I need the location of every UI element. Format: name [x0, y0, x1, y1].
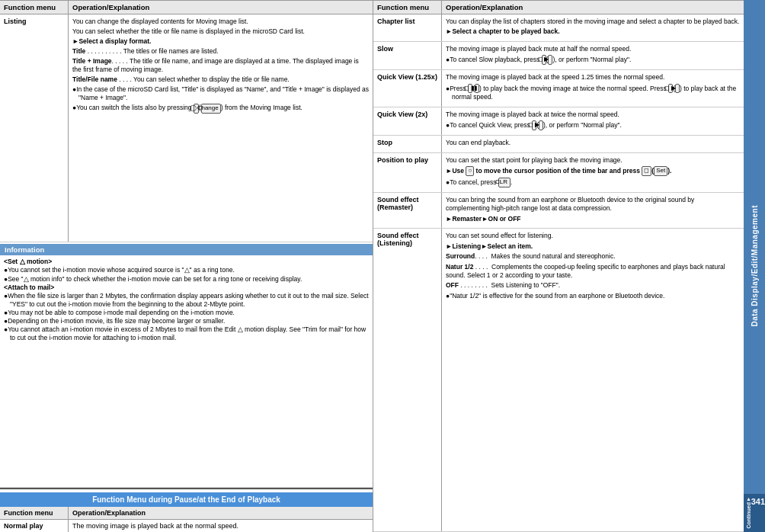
- listing-line5: Title + Image. . . . . The title or file…: [72, 57, 369, 74]
- listing-bullet2: ●You can switch the lists also by pressi…: [72, 104, 369, 113]
- chapter-list-function: Chapter list: [373, 14, 442, 41]
- bottom-section: Function Menu during Pause/at the End of…: [0, 488, 373, 532]
- pos-line2: ►Use ○ to move the cursor position of th…: [446, 166, 740, 176]
- right-header-function: Function menu: [373, 1, 442, 14]
- remaster-line2: ►Remaster►ON or OFF: [446, 215, 740, 223]
- left-panel: Function menu Operation/Explanation List…: [0, 0, 373, 532]
- info-attach-1: ●When the file size is larger than 2 Mby…: [4, 292, 369, 309]
- bottom-header-function: Function menu: [0, 507, 69, 519]
- remaster-line1: You can bring the sound from an earphone…: [446, 196, 740, 213]
- quick-view-125-row: Quick View (1.25x) The moving image is p…: [373, 70, 744, 107]
- listing-row: Listing You can change the displayed con…: [0, 14, 373, 242]
- qv125-line1: The moving image is played back at the s…: [446, 73, 740, 82]
- bottom-table-header: Function menu Operation/Explanation: [0, 507, 373, 520]
- listening-line5: OFF . . . . . . . . Sets Listening to "O…: [446, 281, 740, 290]
- page-wrapper: Function menu Operation/Explanation List…: [0, 0, 765, 532]
- stop-row: Stop You can end playback.: [373, 136, 744, 152]
- pause-section-header: Function Menu during Pause/at the End of…: [0, 492, 373, 507]
- left-table-header: Function menu Operation/Explanation: [0, 0, 373, 14]
- chapter-list-row: Chapter list You can display the list of…: [373, 14, 744, 42]
- listing-operation-cell: You can change the displayed contents fo…: [69, 14, 373, 242]
- sound-listening-function: Sound effect (Listening): [373, 229, 442, 531]
- listing-function-cell: Listing: [0, 14, 69, 242]
- listing-line4: Title . . . . . . . . . . The titles or …: [72, 47, 369, 56]
- quick-view-2x-row: Quick View (2x) The moving image is play…: [373, 107, 744, 136]
- left-header-operation: Operation/Explanation: [69, 1, 373, 14]
- slow-bullet1: ●To cancel Slow playback, press ◻(▶), or…: [446, 55, 740, 65]
- listing-line2: You can select whether the title or file…: [72, 27, 369, 36]
- sound-listening-row: Sound effect (Listening) You can set sou…: [373, 229, 744, 532]
- left-header-function: Function menu: [0, 1, 69, 14]
- stop-operation: You can end playback.: [442, 136, 744, 152]
- right-panel: Function menu Operation/Explanation Chap…: [373, 0, 744, 532]
- continued-label: Continued▼: [746, 497, 751, 529]
- page-number: 341: [751, 497, 765, 506]
- slow-function: Slow: [373, 42, 442, 69]
- stop-line1: You can end playback.: [446, 139, 740, 147]
- slow-line1: The moving image is played back mute at …: [446, 45, 740, 53]
- info-content: <Set △ motion> ●You cannot set the i-mot…: [0, 255, 373, 488]
- tables-wrapper: Function menu Operation/Explanation List…: [0, 0, 744, 532]
- slow-row: Slow The moving image is played back mut…: [373, 42, 744, 70]
- chapter-line2: ►Select a chapter to be played back.: [446, 27, 740, 36]
- qv2x-line1: The moving image is played back at twice…: [446, 111, 740, 119]
- qv125-bullet1: ●Press ◻(▮▮) to play back the moving ima…: [446, 84, 740, 102]
- chapter-line1: You can display the list of chapters sto…: [446, 18, 740, 26]
- stop-function: Stop: [373, 136, 442, 152]
- info-attach-4: ●You cannot attach an i-motion movie in …: [4, 325, 369, 342]
- normal-play-row: Normal play The moving image is played b…: [0, 520, 373, 532]
- sound-remaster-function: Sound effect (Remaster): [373, 193, 442, 228]
- right-sidebar: Data Display/Edit/Management 341 Continu…: [744, 0, 765, 532]
- sound-remaster-operation: You can bring the sound from an earphone…: [442, 193, 744, 228]
- sound-listening-operation: You can set sound effect for listening. …: [442, 229, 744, 531]
- top-tables: Function menu Operation/Explanation List…: [0, 0, 744, 532]
- sound-remaster-row: Sound effect (Remaster) You can bring th…: [373, 193, 744, 229]
- listing-bullet1: ●In the case of the microSD Card list, "…: [72, 85, 369, 102]
- listening-line2: ►Listening►Select an item.: [446, 242, 740, 251]
- info-box-title: Information: [0, 244, 373, 255]
- normal-play-function: Normal play: [0, 520, 69, 532]
- info-set-motion-1: ●You cannot set the i-motion movie whose…: [4, 266, 369, 275]
- pos-bullet1: ●To cancel, press CLR.: [446, 178, 740, 187]
- right-table-header: Function menu Operation/Explanation: [373, 0, 744, 14]
- sidebar-label: Data Display/Edit/Management: [751, 205, 759, 327]
- position-play-operation: You can set the start point for playing …: [442, 153, 744, 192]
- listening-line1: You can set sound effect for listening.: [446, 232, 740, 240]
- quick-view-2x-function: Quick View (2x): [373, 107, 442, 135]
- listening-bullet1: ●"Natur 1/2" is effective for the sound …: [446, 292, 740, 300]
- info-set-motion-title: <Set △ motion>: [4, 258, 369, 266]
- listing-line6: Title/File name . . . . You can select w…: [72, 75, 369, 84]
- quick-view-125-function: Quick View (1.25x): [373, 70, 442, 107]
- bottom-header-operation: Operation/Explanation: [69, 507, 373, 519]
- listing-line1: You can change the displayed contents fo…: [72, 18, 369, 26]
- quick-view-125-operation: The moving image is played back at the s…: [442, 70, 744, 107]
- qv2x-bullet1: ●To cancel Quick View, press ◻(▶), or pe…: [446, 120, 740, 130]
- pos-line1: You can set the start point for playing …: [446, 156, 740, 165]
- listing-line3: ►Select a display format.: [72, 37, 369, 46]
- position-play-row: Position to play You can set the start p…: [373, 153, 744, 193]
- right-header-operation: Operation/Explanation: [442, 1, 744, 14]
- info-attach-title: <Attach to mail>: [4, 284, 369, 292]
- chapter-list-operation: You can display the list of chapters sto…: [442, 14, 744, 41]
- info-attach-2: ●You may not be able to compose i-mode m…: [4, 309, 369, 317]
- listening-line3: Surround. . . . Makes the sound natural …: [446, 252, 740, 261]
- info-attach-3: ●Depending on the i-motion movie, its fi…: [4, 317, 369, 325]
- listening-line4: Natur 1/2 . . . . Complements the cooped…: [446, 263, 740, 280]
- slow-operation: The moving image is played back mute at …: [442, 42, 744, 69]
- info-set-motion-2: ●See "△ motion info" to check whether th…: [4, 275, 369, 284]
- quick-view-2x-operation: The moving image is played back at twice…: [442, 107, 744, 135]
- normal-play-operation: The moving image is played back at the n…: [69, 520, 373, 532]
- position-play-function: Position to play: [373, 153, 442, 192]
